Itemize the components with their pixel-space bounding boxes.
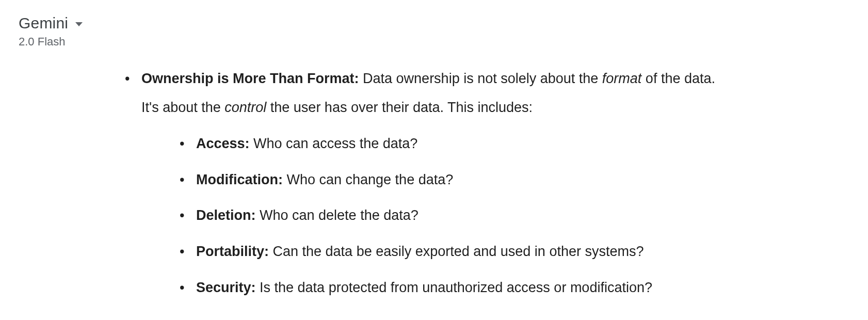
model-name: Gemini bbox=[19, 14, 68, 32]
line2-pre: It's about the bbox=[141, 100, 224, 115]
response-content: Ownership is More Than Format: Data owne… bbox=[0, 49, 868, 299]
caret-down-icon bbox=[75, 22, 83, 26]
sub-item-access: Access: Who can access the data? bbox=[171, 133, 858, 155]
sub-list: Access: Who can access the data? Modific… bbox=[141, 133, 858, 299]
sub-label: Access: bbox=[196, 136, 250, 151]
sub-text: Is the data protected from unauthorized … bbox=[256, 280, 652, 295]
line2-post: the user has over their data. This inclu… bbox=[266, 100, 533, 115]
sub-text: Can the data be easily exported and used… bbox=[269, 244, 644, 259]
bullet-main: Ownership is More Than Format: Data owne… bbox=[117, 68, 858, 299]
model-version: 2.0 Flash bbox=[19, 35, 868, 49]
sub-text: Who can delete the data? bbox=[256, 207, 419, 223]
main-text-1: Data ownership is not solely about the bbox=[359, 71, 602, 86]
sub-item-security: Security: Is the data protected from una… bbox=[171, 277, 858, 299]
header: Gemini 2.0 Flash bbox=[0, 0, 868, 49]
sub-text: Who can change the data? bbox=[283, 172, 453, 187]
sub-label: Modification: bbox=[196, 172, 283, 187]
main-italic-1: format bbox=[602, 71, 642, 86]
sub-label: Deletion: bbox=[196, 207, 256, 223]
main-line2: It's about the control the user has over… bbox=[141, 97, 858, 119]
sub-text: Who can access the data? bbox=[250, 136, 418, 151]
main-title: Ownership is More Than Format: bbox=[141, 71, 359, 86]
sub-item-modification: Modification: Who can change the data? bbox=[171, 169, 858, 191]
sub-item-portability: Portability: Can the data be easily expo… bbox=[171, 241, 858, 263]
main-italic-2: control bbox=[224, 100, 266, 115]
main-text-2: of the data. bbox=[641, 71, 715, 86]
sub-item-deletion: Deletion: Who can delete the data? bbox=[171, 205, 858, 227]
sub-label: Security: bbox=[196, 280, 256, 295]
model-selector-dropdown[interactable]: Gemini bbox=[19, 14, 83, 32]
sub-label: Portability: bbox=[196, 244, 269, 259]
